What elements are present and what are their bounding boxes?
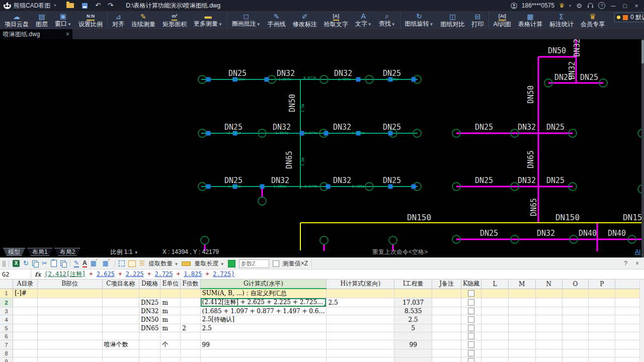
cell-J2[interactable] [432,298,461,307]
cell-A4[interactable] [13,315,37,324]
cell-M5[interactable] [508,324,535,332]
ribbon-button-find[interactable]: ⌕查找▼ [375,11,399,29]
ribbon-button-tablecalc[interactable]: ▦表格计算 [515,11,546,29]
cell-D2[interactable]: DN25 [139,298,160,307]
cell-M7[interactable] [508,340,535,349]
cell-J4[interactable] [432,315,461,324]
layer-dropdown[interactable]: 0 默认图层 ▼ [614,13,644,22]
cell-J9[interactable] [432,357,461,362]
cell-L1[interactable] [481,289,509,298]
ribbon-button-stats[interactable]: Σ标注统计 [546,11,577,29]
highlight-color-swatch[interactable] [228,260,235,267]
hide-checkbox[interactable] [468,333,474,339]
cell-N5[interactable] [535,324,562,332]
export-excel-icon[interactable]: X [13,260,20,267]
minimize-button[interactable]: ─ [610,2,617,10]
cell-P2[interactable] [589,298,615,307]
measure-length-button[interactable]: 量取长度 ▼ [194,259,224,268]
cell-H7[interactable] [327,340,394,349]
cell-G5[interactable]: 2.5 [200,324,327,332]
cell-J1[interactable] [432,289,461,298]
cell-F5[interactable]: 2 [181,324,200,332]
column-header-P[interactable]: P [589,280,615,289]
sheet-corner-cell[interactable] [0,280,13,289]
cell-K4[interactable] [461,315,481,324]
cad-drawing-canvas[interactable]: DN25DN32DN32DN25DN25DN32DN32DN25DN25DN32… [0,39,644,257]
row-header-7[interactable]: 7 [0,340,13,349]
cell-G2[interactable]: (2.412[注释] + 2.625 + 2.225 + 2.725… [200,298,327,307]
extract-quantity-button[interactable]: 提取数量 ▼ [148,259,178,268]
cell-H5[interactable] [327,324,394,332]
table-close-icon[interactable]: × [635,260,639,267]
column-header-K[interactable]: K隐藏 [461,280,481,289]
cell-O3[interactable] [562,307,589,315]
cell-F1[interactable] [181,289,200,298]
column-header-C[interactable]: C项目名称 [102,280,139,289]
cell-A7[interactable] [13,340,37,349]
cell-I4[interactable]: 2.5 [394,315,432,324]
ribbon-button-text[interactable]: A文字▼ [352,11,375,29]
ribbon-button-align[interactable]: ⊿对齐 [109,11,128,29]
cell-B6[interactable] [37,332,102,340]
ribbon-button-print[interactable]: ⊟打印 [468,11,488,29]
cell-H8[interactable] [327,349,394,357]
cell-P5[interactable] [589,324,615,332]
cell-N2[interactable] [535,298,562,307]
ribbon-button-annotate[interactable]: ◻圈画批注▼ [228,11,264,29]
cell-M8[interactable] [508,349,535,357]
cell-E1[interactable] [160,289,181,298]
cell-H4[interactable] [327,315,394,324]
cell-P8[interactable] [589,349,615,357]
cell-I1[interactable] [394,289,432,298]
hide-checkbox[interactable] [468,308,474,314]
cell-L2[interactable] [481,298,509,307]
cell-I3[interactable]: 8.535 [394,307,432,315]
cell-N1[interactable] [535,289,562,298]
cell-K3[interactable] [461,307,481,315]
cell-F7[interactable] [181,340,200,349]
cell-K6[interactable] [461,332,481,340]
cell-H3[interactable] [327,307,394,315]
drawing-scrollbar-thumb[interactable] [641,40,644,63]
column-header-J[interactable]: J备注 [432,280,461,289]
cell-E3[interactable]: m [160,307,181,315]
cell-L9[interactable] [481,357,509,362]
cell-B2[interactable] [37,298,102,307]
cell-I8[interactable] [394,349,432,357]
cell-L5[interactable] [481,324,509,332]
cell-G7[interactable]: 99 [200,340,327,349]
cell-L3[interactable] [481,307,509,315]
column-header-O[interactable]: O [562,280,589,289]
ribbon-button-picktext[interactable]: [A]拾取文字 [320,11,352,29]
cell-N3[interactable] [535,307,562,315]
cell-A2[interactable] [13,298,37,307]
cell-F3[interactable] [181,307,200,315]
undo-icon[interactable]: ↶ [95,0,101,11]
ribbon-button-rotate[interactable]: ↻图纸旋转▼ [401,11,437,29]
cell-reference-box[interactable]: G2 [0,269,31,279]
cell-C9[interactable] [102,357,139,362]
cell-O4[interactable] [562,315,589,324]
cell-K2[interactable] [461,298,481,307]
cell-C5[interactable] [102,324,139,332]
column-header-F[interactable]: F倍数 [181,280,200,289]
cell-C2[interactable] [102,298,139,307]
column-header-N[interactable]: N [535,280,562,289]
cell-K7[interactable] [461,340,481,349]
row-header-8[interactable]: 8 [0,349,13,357]
cell-M2[interactable] [508,298,535,307]
drawing-vertical-scrollbar[interactable] [641,39,644,257]
maximize-button[interactable]: ▢ [621,3,628,9]
cell-C6[interactable] [102,332,139,340]
cell-G8[interactable] [200,349,327,357]
hide-checkbox[interactable] [468,341,474,348]
paste-clipboard-icon[interactable] [51,260,57,267]
cell-F9[interactable] [181,357,200,362]
cell-D7[interactable] [139,340,160,349]
cell-A9[interactable] [13,357,37,362]
ribbon-button-area[interactable]: m²矩形面积 [159,11,190,29]
cell-N4[interactable] [535,315,562,324]
calculation-spreadsheet[interactable]: A目录B部位C项目名称D规格E单位F倍数G计算式(水平)H计算式(竖向)I工程量… [0,280,644,362]
cell-O7[interactable] [562,340,589,349]
hide-checkbox[interactable] [468,316,474,323]
